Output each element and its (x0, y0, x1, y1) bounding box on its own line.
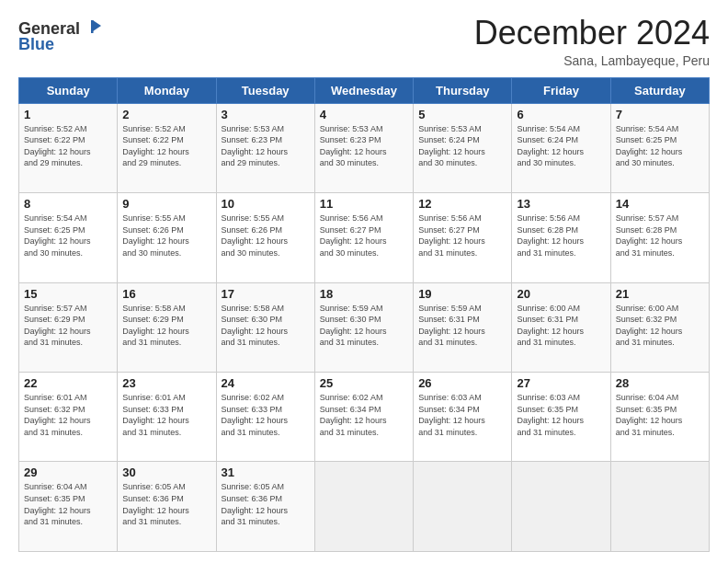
calendar-cell: 24Sunrise: 6:02 AM Sunset: 6:33 PM Dayli… (216, 373, 314, 462)
day-number: 29 (24, 465, 112, 479)
location: Sana, Lambayeque, Peru (474, 53, 710, 68)
day-info: Sunrise: 5:57 AM Sunset: 6:28 PM Dayligh… (616, 213, 704, 259)
calendar-week-4: 22Sunrise: 6:01 AM Sunset: 6:32 PM Dayli… (19, 373, 710, 462)
header-saturday: Saturday (610, 77, 709, 103)
day-number: 24 (222, 376, 310, 390)
day-number: 6 (517, 108, 605, 121)
calendar-cell: 5Sunrise: 5:53 AM Sunset: 6:24 PM Daylig… (414, 103, 512, 192)
calendar-cell (414, 462, 512, 552)
page: General Blue December 2024 Sana, Lambaye… (0, 0, 728, 563)
calendar-cell: 11Sunrise: 5:56 AM Sunset: 6:27 PM Dayli… (314, 193, 413, 282)
day-info: Sunrise: 5:54 AM Sunset: 6:25 PM Dayligh… (616, 123, 704, 169)
calendar-cell: 28Sunrise: 6:04 AM Sunset: 6:35 PM Dayli… (610, 373, 709, 462)
day-info: Sunrise: 6:01 AM Sunset: 6:33 PM Dayligh… (122, 392, 210, 438)
day-header-row: Sunday Monday Tuesday Wednesday Thursday… (19, 77, 710, 103)
calendar-cell: 25Sunrise: 6:02 AM Sunset: 6:34 PM Dayli… (314, 373, 413, 462)
calendar-week-2: 8Sunrise: 5:54 AM Sunset: 6:25 PM Daylig… (19, 193, 710, 282)
day-number: 30 (122, 465, 210, 479)
day-number: 7 (616, 108, 704, 121)
day-info: Sunrise: 6:03 AM Sunset: 6:35 PM Dayligh… (517, 392, 605, 438)
calendar-week-1: 1Sunrise: 5:52 AM Sunset: 6:22 PM Daylig… (19, 103, 710, 192)
calendar-cell: 7Sunrise: 5:54 AM Sunset: 6:25 PM Daylig… (610, 103, 709, 192)
calendar-cell: 1Sunrise: 5:52 AM Sunset: 6:22 PM Daylig… (19, 103, 118, 192)
day-number: 31 (222, 465, 310, 479)
day-info: Sunrise: 6:05 AM Sunset: 6:36 PM Dayligh… (122, 481, 210, 527)
calendar-cell: 13Sunrise: 5:56 AM Sunset: 6:28 PM Dayli… (512, 193, 610, 282)
svg-marker-0 (93, 20, 101, 31)
day-number: 23 (122, 376, 210, 390)
day-info: Sunrise: 5:54 AM Sunset: 6:24 PM Dayligh… (517, 123, 605, 169)
calendar-cell: 4Sunrise: 5:53 AM Sunset: 6:23 PM Daylig… (314, 103, 413, 192)
svg-rect-1 (91, 20, 94, 33)
day-info: Sunrise: 5:52 AM Sunset: 6:22 PM Dayligh… (122, 123, 210, 169)
calendar-cell (610, 462, 709, 552)
header-tuesday: Tuesday (216, 77, 314, 103)
day-info: Sunrise: 5:55 AM Sunset: 6:26 PM Dayligh… (122, 213, 210, 259)
day-info: Sunrise: 5:59 AM Sunset: 6:30 PM Dayligh… (320, 303, 408, 349)
calendar-cell: 17Sunrise: 5:58 AM Sunset: 6:30 PM Dayli… (216, 282, 314, 372)
title-block: December 2024 Sana, Lambayeque, Peru (474, 15, 710, 68)
day-info: Sunrise: 5:54 AM Sunset: 6:25 PM Dayligh… (24, 213, 112, 259)
calendar-week-3: 15Sunrise: 5:57 AM Sunset: 6:29 PM Dayli… (19, 282, 710, 372)
day-info: Sunrise: 6:04 AM Sunset: 6:35 PM Dayligh… (24, 481, 112, 527)
day-number: 16 (122, 287, 210, 301)
calendar-cell: 30Sunrise: 6:05 AM Sunset: 6:36 PM Dayli… (118, 462, 216, 552)
calendar-cell: 19Sunrise: 5:59 AM Sunset: 6:31 PM Dayli… (414, 282, 512, 372)
calendar-cell: 8Sunrise: 5:54 AM Sunset: 6:25 PM Daylig… (19, 193, 118, 282)
day-info: Sunrise: 6:03 AM Sunset: 6:34 PM Dayligh… (418, 392, 506, 438)
day-number: 22 (24, 376, 112, 390)
day-info: Sunrise: 6:02 AM Sunset: 6:33 PM Dayligh… (222, 392, 310, 438)
day-info: Sunrise: 5:56 AM Sunset: 6:27 PM Dayligh… (320, 213, 408, 259)
header-friday: Friday (512, 77, 610, 103)
day-info: Sunrise: 5:55 AM Sunset: 6:26 PM Dayligh… (222, 213, 310, 259)
day-number: 19 (418, 287, 506, 301)
logo-icon (83, 18, 103, 39)
header-sunday: Sunday (19, 77, 118, 103)
day-number: 8 (24, 197, 112, 211)
calendar-cell: 6Sunrise: 5:54 AM Sunset: 6:24 PM Daylig… (512, 103, 610, 192)
calendar-cell: 27Sunrise: 6:03 AM Sunset: 6:35 PM Dayli… (512, 373, 610, 462)
calendar-cell (512, 462, 610, 552)
calendar-cell: 16Sunrise: 5:58 AM Sunset: 6:29 PM Dayli… (118, 282, 216, 372)
header: General Blue December 2024 Sana, Lambaye… (18, 15, 710, 68)
calendar-header: Sunday Monday Tuesday Wednesday Thursday… (19, 77, 710, 103)
day-number: 11 (320, 197, 408, 211)
calendar-cell: 12Sunrise: 5:56 AM Sunset: 6:27 PM Dayli… (414, 193, 512, 282)
header-wednesday: Wednesday (314, 77, 413, 103)
calendar-cell: 9Sunrise: 5:55 AM Sunset: 6:26 PM Daylig… (118, 193, 216, 282)
day-number: 5 (418, 108, 506, 121)
calendar-cell: 18Sunrise: 5:59 AM Sunset: 6:30 PM Dayli… (314, 282, 413, 372)
header-thursday: Thursday (414, 77, 512, 103)
calendar-cell: 29Sunrise: 6:04 AM Sunset: 6:35 PM Dayli… (19, 462, 118, 552)
day-number: 17 (222, 287, 310, 301)
day-info: Sunrise: 5:52 AM Sunset: 6:22 PM Dayligh… (24, 123, 112, 169)
day-info: Sunrise: 5:56 AM Sunset: 6:27 PM Dayligh… (418, 213, 506, 259)
day-number: 18 (320, 287, 408, 301)
day-number: 14 (616, 197, 704, 211)
logo: General Blue (18, 18, 103, 54)
day-number: 13 (517, 197, 605, 211)
day-info: Sunrise: 5:57 AM Sunset: 6:29 PM Dayligh… (24, 303, 112, 349)
day-info: Sunrise: 5:53 AM Sunset: 6:24 PM Dayligh… (418, 123, 506, 169)
calendar-cell: 3Sunrise: 5:53 AM Sunset: 6:23 PM Daylig… (216, 103, 314, 192)
calendar-cell: 21Sunrise: 6:00 AM Sunset: 6:32 PM Dayli… (610, 282, 709, 372)
day-number: 26 (418, 376, 506, 390)
day-info: Sunrise: 6:00 AM Sunset: 6:31 PM Dayligh… (517, 303, 605, 349)
calendar-cell: 20Sunrise: 6:00 AM Sunset: 6:31 PM Dayli… (512, 282, 610, 372)
day-number: 1 (24, 108, 112, 121)
day-info: Sunrise: 6:02 AM Sunset: 6:34 PM Dayligh… (320, 392, 408, 438)
calendar-cell: 2Sunrise: 5:52 AM Sunset: 6:22 PM Daylig… (118, 103, 216, 192)
calendar-body: 1Sunrise: 5:52 AM Sunset: 6:22 PM Daylig… (19, 103, 710, 551)
day-info: Sunrise: 5:59 AM Sunset: 6:31 PM Dayligh… (418, 303, 506, 349)
day-info: Sunrise: 5:58 AM Sunset: 6:29 PM Dayligh… (122, 303, 210, 349)
day-number: 2 (122, 108, 210, 121)
header-monday: Monday (118, 77, 216, 103)
day-info: Sunrise: 6:05 AM Sunset: 6:36 PM Dayligh… (222, 481, 310, 527)
calendar-cell: 14Sunrise: 5:57 AM Sunset: 6:28 PM Dayli… (610, 193, 709, 282)
day-number: 28 (616, 376, 704, 390)
day-number: 15 (24, 287, 112, 301)
calendar-cell: 22Sunrise: 6:01 AM Sunset: 6:32 PM Dayli… (19, 373, 118, 462)
calendar-cell: 31Sunrise: 6:05 AM Sunset: 6:36 PM Dayli… (216, 462, 314, 552)
calendar-cell: 26Sunrise: 6:03 AM Sunset: 6:34 PM Dayli… (414, 373, 512, 462)
day-info: Sunrise: 5:56 AM Sunset: 6:28 PM Dayligh… (517, 213, 605, 259)
